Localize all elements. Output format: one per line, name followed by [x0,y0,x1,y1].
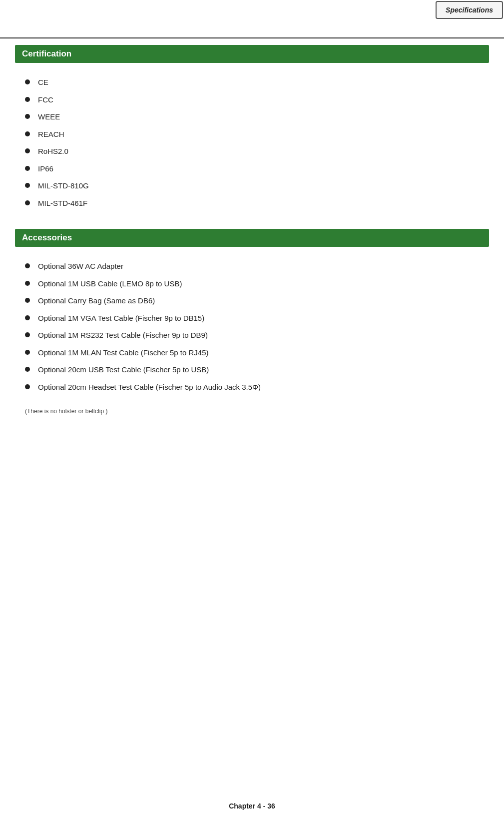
acc-item-0: Optional 36W AC Adapter [38,261,123,272]
cert-item-5: IP66 [38,163,53,175]
bullet-icon [25,166,30,171]
bullet-icon [25,315,30,320]
bullet-icon [25,148,30,153]
bullet-icon [25,263,30,268]
certification-section: Certification CE FCC WEEE REACH [15,45,489,209]
bullet-icon [25,200,30,205]
cert-item-3: REACH [38,129,64,140]
cert-item-6: MIL-STD-810G [38,180,89,192]
list-item: CE [25,77,489,88]
list-item: Optional 1M RS232 Test Cable (Fischer 9p… [25,330,489,341]
footer-label: Chapter 4 - 36 [229,802,275,810]
bullet-icon [25,281,30,286]
bullet-icon [25,183,30,188]
list-item: Optional 36W AC Adapter [25,261,489,272]
cert-item-1: FCC [38,94,53,106]
list-item: Optional 1M USB Cable (LEMO 8p to USB) [25,278,489,290]
cert-item-7: MIL-STD-461F [38,198,87,209]
top-divider [0,37,504,38]
accessories-header: Accessories [15,229,489,247]
accessories-title: Accessories [22,233,72,242]
page-container: Specifications Certification CE FCC [0,0,504,825]
list-item: WEEE [25,111,489,123]
specifications-tab: Specifications [436,1,503,19]
bullet-icon [25,131,30,136]
acc-item-7: Optional 20cm Headset Test Cable (Fische… [38,382,261,393]
acc-item-5: Optional 1M MLAN Test Cable (Fischer 5p … [38,347,209,359]
accessories-section: Accessories Optional 36W AC Adapter Opti… [15,229,489,415]
cert-item-0: CE [38,77,48,88]
cert-item-2: WEEE [38,111,60,123]
accessories-footnote: (There is no holster or beltclip ) [25,408,489,415]
bullet-icon [25,384,30,389]
list-item: Optional 1M MLAN Test Cable (Fischer 5p … [25,347,489,359]
list-item: RoHS2.0 [25,146,489,157]
list-item: REACH [25,129,489,140]
bullet-icon [25,114,30,119]
certification-header: Certification [15,45,489,63]
cert-item-4: RoHS2.0 [38,146,68,157]
certification-list: CE FCC WEEE REACH RoHS2.0 [25,77,489,209]
acc-item-2: Optional Carry Bag (Same as DB6) [38,295,155,307]
bullet-icon [25,332,30,337]
list-item: IP66 [25,163,489,175]
list-item: MIL-STD-810G [25,180,489,192]
list-item: FCC [25,94,489,106]
acc-item-1: Optional 1M USB Cable (LEMO 8p to USB) [38,278,182,290]
accessories-list: Optional 36W AC Adapter Optional 1M USB … [25,261,489,393]
list-item: Optional Carry Bag (Same as DB6) [25,295,489,307]
bullet-icon [25,298,30,303]
specifications-tab-label: Specifications [446,6,493,14]
list-item: Optional 20cm USB Test Cable (Fischer 5p… [25,364,489,376]
bullet-icon [25,350,30,355]
acc-item-3: Optional 1M VGA Test Cable (Fischer 9p t… [38,313,204,324]
page-footer: Chapter 4 - 36 [0,802,504,810]
bullet-icon [25,367,30,372]
certification-title: Certification [22,49,71,58]
list-item: Optional 1M VGA Test Cable (Fischer 9p t… [25,313,489,324]
bullet-icon [25,79,30,84]
list-item: MIL-STD-461F [25,198,489,209]
content-area: Certification CE FCC WEEE REACH [0,0,504,465]
list-item: Optional 20cm Headset Test Cable (Fische… [25,382,489,393]
acc-item-6: Optional 20cm USB Test Cable (Fischer 5p… [38,364,209,376]
bullet-icon [25,97,30,102]
acc-item-4: Optional 1M RS232 Test Cable (Fischer 9p… [38,330,208,341]
